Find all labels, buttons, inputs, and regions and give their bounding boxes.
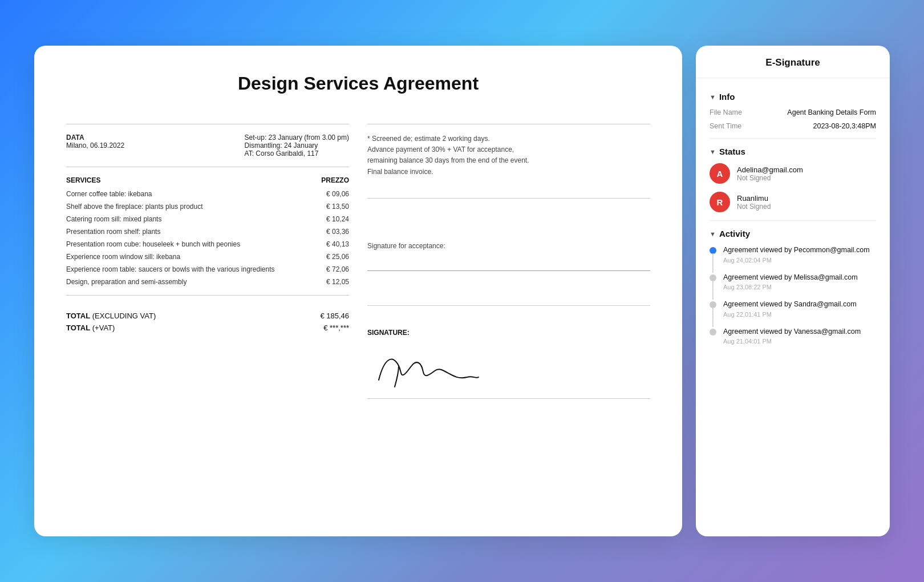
activity-content: Agreement viewed by Vanessa@gmail.com Au… [723,327,861,345]
service-price: € 03,36 [326,228,349,236]
status-item: A Adelina@gmail.com Not Signed [710,163,876,184]
service-name: Presentation room shelf: plants [66,228,160,236]
status-info: Adelina@gmail.com Not Signed [737,165,803,182]
status-chevron-icon: ▼ [710,148,716,155]
activity-time: Aug 22,01:41 PM [723,311,857,318]
avatar: R [710,192,730,212]
file-name-val: Agent Banking Details Form [787,108,876,116]
doc-title: Design Services Agreement [66,73,650,94]
service-price: € 12,05 [326,278,349,286]
service-name: Design, preparation and semi-assembly [66,278,187,286]
doc-data-left: DATA Milano, 06.19.2022 [66,134,124,157]
esig-body: ▼ Info File Name Agent Banking Details F… [696,78,890,536]
status-email: Adelina@gmail.com [737,165,803,174]
activity-time: Aug 24,02:04 PM [723,257,870,264]
activity-chevron-icon: ▼ [710,231,716,237]
service-price: € 09,06 [326,190,349,198]
activity-dot [710,301,716,308]
service-row: Presentation room cube: houseleek + bunc… [66,240,349,248]
activity-content: Agreement viewed by Sandra@gmail.com Aug… [723,300,857,318]
doc-note: * Screened de; estimate 2 working days. … [367,134,650,177]
status-info: Ruanlimu Not Signed [737,194,771,211]
service-row: Presentation room shelf: plants€ 03,36 [66,228,349,236]
activity-section-title: Activity [719,229,750,239]
file-name-row: File Name Agent Banking Details Form [710,108,876,116]
service-name: Presentation room cube: houseleek + bunc… [66,240,240,248]
info-section-header: ▼ Info [710,92,876,102]
signature-label: SIGNATURE: [367,329,650,337]
activity-dot [710,274,716,281]
doc-data-right: Set-up: 23 January (from 3.00 pm) Disman… [245,134,349,157]
sent-time-key: Sent Time [710,122,741,130]
service-price: € 25,06 [326,253,349,261]
info-chevron-icon: ▼ [710,94,716,100]
service-name: Corner coffee table: ikebana [66,190,152,198]
service-row: Experience room window sill: ikebana€ 25… [66,253,349,261]
file-name-key: File Name [710,108,742,116]
services-section: SERVICES PREZZO Corner coffee table: ike… [66,176,349,332]
services-header: SERVICES PREZZO [66,176,349,184]
main-container: Design Services Agreement DATA Milano, 0… [34,46,890,536]
status-section-title: Status [719,147,745,156]
document-panel: Design Services Agreement DATA Milano, 0… [34,46,682,536]
activity-text: Agreement viewed by Vanessa@gmail.com [723,327,861,337]
service-row: Corner coffee table: ikebana€ 09,06 [66,190,349,198]
service-price: € 40,13 [326,240,349,248]
activity-email: Pecommon@gmail.com [794,246,870,254]
activity-item: Agreement viewed by Melissa@gmail.com Au… [710,273,876,300]
esig-title: E-Signature [710,57,876,68]
activity-text: Agreement viewed by Sandra@gmail.com [723,300,857,310]
activity-time: Aug 21,04:01 PM [723,338,861,345]
doc-header: DATA Milano, 06.19.2022 Set-up: 23 Janua… [66,134,349,157]
activity-text: Agreement viewed by Pecommon@gmail.com [723,245,870,256]
service-row: Experience room table: saucers or bowls … [66,265,349,273]
total-vat-label: TOTAL (+VAT) [66,324,115,332]
sent-time-row: Sent Time 2023-08-20,3:48PM [710,122,876,130]
service-price: € 13,50 [326,203,349,211]
service-price: € 72,06 [326,265,349,273]
status-item: R Ruanlimu Not Signed [710,192,876,212]
service-price: € 10,24 [326,215,349,223]
activity-email: Sandra@gmail.com [794,300,857,308]
service-name: Experience room table: saucers or bowls … [66,265,275,273]
activity-item: Agreement viewed by Sandra@gmail.com Aug… [710,300,876,327]
activity-time: Aug 23,08:22 PM [723,284,858,290]
activity-list: Agreement viewed by Pecommon@gmail.com A… [710,245,876,354]
status-text: Not Signed [737,203,771,211]
activity-content: Agreement viewed by Melissa@gmail.com Au… [723,273,858,291]
signature-for-acceptance: Signature for acceptance: [367,242,650,250]
total-excl-row: TOTAL (EXCLUDING VAT) € 185,46 [66,312,349,320]
activity-text: Agreement viewed by Melissa@gmail.com [723,273,858,283]
service-name: Catering room sill: mixed plants [66,215,161,223]
sent-time-val: 2023-08-20,3:48PM [813,122,877,130]
service-name: Shelf above the fireplace: plants plus p… [66,203,202,211]
totals-section: TOTAL (EXCLUDING VAT) € 185,46 TOTAL (+V… [66,305,349,332]
total-vat-row: TOTAL (+VAT) € ***,*** [66,324,349,332]
service-row: Catering room sill: mixed plants€ 10,24 [66,215,349,223]
service-row: Shelf above the fireplace: plants plus p… [66,203,349,211]
service-rows: Corner coffee table: ikebana€ 09,06Shelf… [66,190,349,286]
activity-content: Agreement viewed by Pecommon@gmail.com A… [723,245,870,264]
status-section-header: ▼ Status [710,147,876,156]
avatar: A [710,163,730,184]
service-name: Experience room window sill: ikebana [66,253,180,261]
total-excl-label: TOTAL (EXCLUDING VAT) [66,312,156,320]
service-row: Design, preparation and semi-assembly€ 1… [66,278,349,286]
status-text: Not Signed [737,174,803,182]
activity-section-header: ▼ Activity [710,229,876,239]
status-email: Ruanlimu [737,194,771,203]
activity-email: Melissa@gmail.com [794,273,858,281]
doc-body: DATA Milano, 06.19.2022 Set-up: 23 Janua… [66,115,650,408]
activity-dot [710,247,716,254]
activity-email: Vanessa@gmail.com [794,328,861,336]
status-list: A Adelina@gmail.com Not Signed R Ruanlim… [710,163,876,212]
activity-item: Agreement viewed by Pecommon@gmail.com A… [710,245,876,273]
activity-item: Agreement viewed by Vanessa@gmail.com Au… [710,327,876,354]
info-section-title: Info [719,92,735,102]
doc-right-col: * Screened de; estimate 2 working days. … [367,115,650,408]
esig-panel: E-Signature ▼ Info File Name Agent Banki… [696,46,890,536]
esig-header: E-Signature [696,46,890,78]
activity-dot [710,329,716,336]
doc-left-col: DATA Milano, 06.19.2022 Set-up: 23 Janua… [66,115,349,408]
signature-image [367,346,650,394]
